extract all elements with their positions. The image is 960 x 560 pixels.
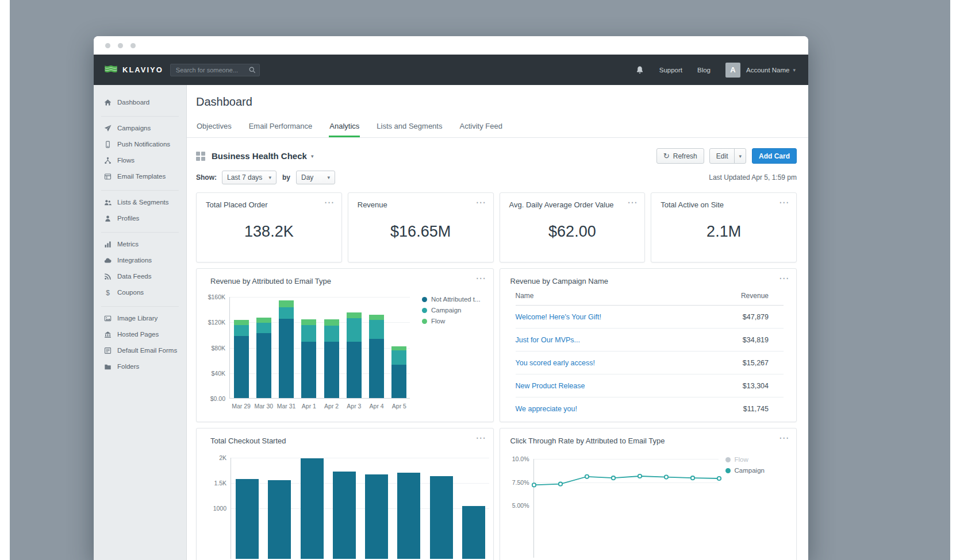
campaign-link[interactable]: We appreciate you! — [516, 405, 577, 413]
edit-dropdown-button[interactable]: ▾ — [734, 148, 746, 164]
avatar[interactable]: A — [725, 63, 740, 78]
bar-total-checkout-started[interactable] — [430, 476, 453, 559]
bell-icon[interactable] — [635, 65, 644, 75]
nav-link-support[interactable]: Support — [659, 67, 682, 74]
sidebar-item-integrations[interactable]: Integrations — [101, 252, 179, 268]
date-range-value: Last 7 days — [227, 173, 262, 181]
add-card-button[interactable]: Add Card — [752, 148, 797, 164]
bar-total-checkout-started[interactable] — [462, 506, 485, 559]
card-menu-button[interactable]: ⋯ — [476, 273, 486, 283]
bar-flow[interactable] — [279, 300, 294, 307]
bar-not-attributed-t[interactable] — [391, 365, 406, 398]
sidebar-item-dashboard[interactable]: Dashboard — [101, 94, 179, 110]
sidebar-item-label: Image Library — [117, 315, 158, 322]
sidebar-item-metrics[interactable]: Metrics — [101, 236, 179, 252]
bar-not-attributed-t[interactable] — [301, 342, 316, 398]
bar-campaign[interactable] — [391, 350, 406, 365]
bar-not-attributed-t[interactable] — [324, 342, 339, 398]
traffic-light-dot[interactable] — [130, 43, 136, 48]
y-axis-label: 7.50% — [512, 479, 529, 486]
edit-button[interactable]: Edit — [709, 148, 735, 164]
bar-campaign[interactable] — [256, 323, 271, 333]
topnav: KLAVIYO Support Blog A Account Name ▾ — [94, 55, 808, 85]
bar-flow[interactable] — [234, 320, 249, 325]
traffic-light-dot[interactable] — [105, 43, 110, 48]
search-input[interactable] — [170, 64, 260, 76]
card-menu-button[interactable]: ⋯ — [779, 273, 789, 283]
sidebar-item-campaigns[interactable]: Campaigns — [101, 120, 179, 136]
campaign-link[interactable]: Just for Our MVPs... — [516, 336, 581, 344]
sidebar-item-folders[interactable]: Folders — [101, 358, 179, 374]
campaign-link[interactable]: New Product Release — [516, 382, 585, 390]
card-menu-button[interactable]: ⋯ — [476, 433, 486, 443]
bar-not-attributed-t[interactable] — [279, 319, 294, 398]
tab-objectives[interactable]: Objectives — [196, 117, 232, 137]
chevron-down-icon: ▾ — [311, 153, 314, 159]
card-menu-button[interactable]: ⋯ — [779, 198, 789, 207]
x-axis-label: Mar 30 — [255, 403, 274, 410]
bar-total-checkout-started[interactable] — [301, 458, 324, 559]
campaign-link[interactable]: You scored early access! — [516, 359, 596, 367]
sidebar-item-profiles[interactable]: Profiles — [101, 210, 179, 226]
legend-item-flow[interactable]: Flow — [725, 456, 765, 463]
legend-item-campaign[interactable]: Campaign — [725, 467, 765, 474]
bar-not-attributed-t[interactable] — [256, 333, 271, 398]
bar-campaign[interactable] — [279, 307, 294, 319]
sidebar-item-hosted-pages[interactable]: Hosted Pages — [101, 326, 179, 342]
bar-campaign[interactable] — [234, 325, 249, 336]
nav-link-blog[interactable]: Blog — [697, 67, 711, 74]
bar-campaign[interactable] — [347, 318, 362, 342]
campaign-revenue: $13,304 — [743, 382, 769, 390]
chart-title: Click Through Rate by Attributed to Emai… — [500, 428, 797, 445]
bar-total-checkout-started[interactable] — [365, 474, 388, 559]
card-menu-button[interactable]: ⋯ — [627, 198, 637, 207]
bar-not-attributed-t[interactable] — [347, 342, 362, 398]
bar-flow[interactable] — [391, 346, 406, 350]
traffic-light-dot[interactable] — [118, 43, 123, 48]
tab-email-performance[interactable]: Email Performance — [248, 117, 313, 137]
mobile-icon — [104, 141, 112, 148]
tab-analytics[interactable]: Analytics — [329, 117, 360, 137]
card-menu-button[interactable]: ⋯ — [476, 198, 486, 207]
legend-item-not-attributed-t[interactable]: Not Attributed t... — [422, 296, 481, 303]
card-menu-button[interactable]: ⋯ — [324, 198, 334, 207]
sidebar-item-lists-segments[interactable]: Lists & Segments — [101, 194, 179, 210]
granularity-select[interactable]: Day ▾ — [296, 171, 335, 184]
bar-flow[interactable] — [369, 315, 384, 320]
sidebar-item-default-email-forms[interactable]: Default Email Forms — [101, 342, 179, 358]
bar-total-checkout-started[interactable] — [268, 480, 291, 559]
sidebar-item-email-templates[interactable]: Email Templates — [101, 168, 179, 184]
date-range-select[interactable]: Last 7 days ▾ — [222, 171, 277, 184]
refresh-button[interactable]: ↻ Refresh — [656, 148, 704, 164]
bar-flow[interactable] — [256, 318, 271, 323]
sidebar-item-flows[interactable]: Flows — [101, 152, 179, 168]
legend-label: Campaign — [431, 307, 461, 314]
bar-not-attributed-t[interactable] — [234, 336, 249, 398]
bar-flow[interactable] — [301, 319, 316, 325]
bar-campaign[interactable] — [301, 325, 316, 342]
tab-lists-and-segments[interactable]: Lists and Segments — [376, 117, 443, 137]
campaign-link[interactable]: Welcome! Here's Your Gift! — [516, 313, 601, 321]
bar-flow[interactable] — [347, 312, 362, 318]
legend-item-flow[interactable]: Flow — [422, 318, 481, 325]
sidebar-item-data-feeds[interactable]: Data Feeds — [101, 268, 179, 284]
bar-not-attributed-t[interactable] — [369, 339, 384, 398]
klaviyo-logo[interactable]: KLAVIYO — [104, 65, 163, 75]
card-menu-button[interactable]: ⋯ — [779, 433, 789, 443]
bar-campaign[interactable] — [369, 320, 384, 339]
account-name[interactable]: Account Name — [746, 67, 789, 74]
bar-flow[interactable] — [324, 319, 339, 326]
sidebar-item-image-library[interactable]: Image Library — [101, 310, 179, 326]
bar-campaign[interactable] — [324, 326, 339, 342]
sidebar-item-coupons[interactable]: $Coupons — [101, 284, 179, 300]
bar-total-checkout-started[interactable] — [333, 472, 356, 559]
gridline — [230, 297, 410, 298]
page-margin-right — [950, 0, 960, 560]
tab-activity-feed[interactable]: Activity Feed — [459, 117, 502, 137]
bar-total-checkout-started[interactable] — [236, 479, 259, 559]
dashboard-board-selector[interactable]: Business Health Check ▾ — [196, 151, 313, 161]
sidebar-item-label: Lists & Segments — [117, 199, 168, 206]
bar-total-checkout-started[interactable] — [397, 473, 420, 559]
sidebar-item-push-notifications[interactable]: Push Notifications — [101, 136, 179, 152]
legend-item-campaign[interactable]: Campaign — [422, 307, 481, 314]
